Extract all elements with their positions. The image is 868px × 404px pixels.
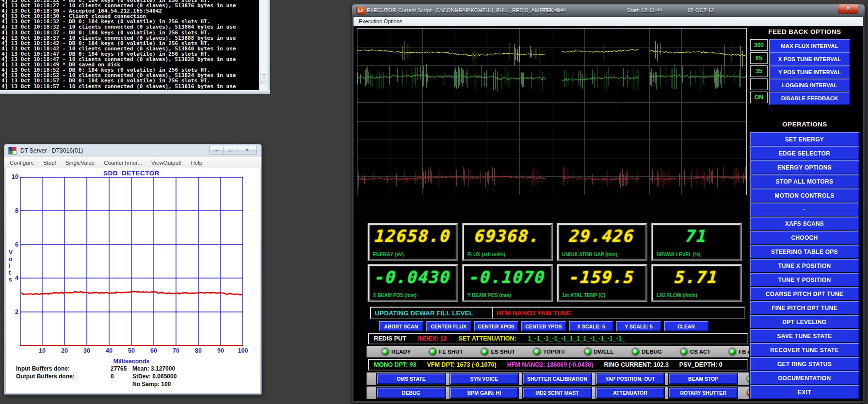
button-motion-controls[interactable]: MOTION CONTROLS bbox=[750, 188, 859, 202]
operations-header: OPERATIONS bbox=[750, 121, 860, 128]
feedback-value-2: 35 bbox=[750, 65, 768, 77]
button-yap-position-out[interactable]: YAP POSITION: OUT bbox=[596, 373, 665, 384]
button-max-flux-interval[interactable]: MAX FLUX INTERVAL bbox=[769, 39, 850, 53]
menu-item-countertimer[interactable]: CounterTimer... bbox=[104, 160, 142, 166]
button-dpt-leveling[interactable]: DPT LEVELING bbox=[750, 315, 859, 329]
indicator-label: TOPOFF bbox=[543, 349, 565, 355]
x-tick-label: 90 bbox=[213, 347, 228, 354]
button-shutter-calibration[interactable]: SHUTTER CALIBRATION bbox=[523, 373, 592, 384]
status-segment: PSV_DEPTH: 0 bbox=[679, 361, 723, 368]
display-label: 1st XTAL TEMP (C) bbox=[562, 293, 605, 298]
button-y-scale-5[interactable]: Y SCALE: 5 bbox=[616, 321, 661, 331]
stats-row: No Samp: 100 bbox=[6, 381, 260, 388]
button-center-flux[interactable]: CENTER FLUX bbox=[426, 321, 471, 331]
status-message-right: HFM NANO2 YAW TUNE bbox=[492, 307, 745, 319]
button-chooch[interactable]: CHOOCH bbox=[750, 231, 859, 245]
button-coarse-pitch-dpt-tune[interactable]: COARSE PITCH DPT TUNE bbox=[750, 287, 859, 301]
x-tick-label: 40 bbox=[101, 347, 117, 354]
scrollbar-thumb[interactable] bbox=[260, 71, 268, 84]
menu-item-viewoutput[interactable]: ViewOutput! bbox=[151, 160, 181, 166]
status-segment: MONO DPT: 93 bbox=[374, 361, 417, 368]
redis-status-bar: REDIS PUTINDEX: 12SET ATTENUATION:1_-1_-… bbox=[368, 333, 748, 344]
indicator-ready: READY bbox=[382, 348, 411, 356]
button-blank[interactable]: - bbox=[750, 202, 859, 217]
terminal-scrollbar[interactable] bbox=[259, 0, 268, 90]
led-icon bbox=[382, 348, 389, 356]
display-value: 12658.0 bbox=[369, 226, 457, 246]
desktop: 4] 13 Oct 10:18:22 - DB 0: 184 keys (0 v… bbox=[0, 0, 868, 404]
button-center-xpos[interactable]: CENTER XPOS bbox=[474, 321, 518, 331]
button-beam-stop[interactable]: BEAM STOP bbox=[669, 373, 738, 384]
menu-item-configure[interactable]: Configure bbox=[10, 160, 34, 166]
button-md2-scint-mast[interactable]: MD2 SCINT MAST bbox=[523, 388, 592, 398]
button-tune-y-position[interactable]: TUNE Y POSITION bbox=[750, 273, 859, 287]
log-line: 4] 13 Oct 10:18:32 - 10 clients connecte… bbox=[1, 24, 260, 30]
button-exit[interactable]: EXIT bbox=[750, 385, 859, 399]
button-fine-pitch-dpt-tune[interactable]: FINE PITCH DPT TUNE bbox=[750, 301, 859, 315]
stat-label: Output Buffers done: bbox=[16, 373, 75, 380]
button-logging-interval[interactable]: LOGGING INTERVAL bbox=[769, 78, 850, 92]
button-energy-options[interactable]: ENERGY OPTIONS bbox=[750, 160, 859, 174]
start-date: 05-OCT-12 bbox=[688, 7, 714, 13]
button-debug[interactable]: DEBUG bbox=[377, 388, 446, 398]
menu-item-help[interactable]: Help bbox=[191, 160, 203, 166]
start-time: Start: 12:12:44 bbox=[627, 7, 662, 13]
button-get-ring-status[interactable]: GET RING STATUS bbox=[750, 357, 859, 371]
button-steering-table-ops[interactable]: STEERING TABLE OPS bbox=[750, 245, 859, 259]
terminal-output: 4] 13 Oct 10:18:22 - DB 0: 184 keys (0 v… bbox=[0, 0, 260, 90]
button-set-energy[interactable]: SET ENERGY bbox=[750, 132, 859, 146]
button-center-ypos[interactable]: CENTER YPOS bbox=[521, 321, 566, 331]
indicator-cs-act: CS ACT bbox=[680, 348, 710, 356]
button-clear[interactable]: CLEAR bbox=[664, 321, 708, 331]
menu-item-stop[interactable]: Stop! bbox=[43, 160, 56, 166]
menu-execution-options[interactable]: Execution Options bbox=[359, 18, 402, 24]
button-oms-state[interactable]: OMS STATE bbox=[377, 373, 446, 384]
button-recover-tune-state[interactable]: RECOVER TUNE STATE bbox=[750, 343, 859, 357]
caption-buttons: – □ ✕ bbox=[210, 146, 257, 155]
close-button[interactable]: ✕ bbox=[238, 146, 257, 155]
status-segment: REDIS PUT bbox=[374, 335, 406, 342]
button-rotary-shutter[interactable]: ROTARY SHUTTER bbox=[669, 388, 738, 398]
dt-titlebar[interactable]: DT Server - DT3016(01) – □ ✕ bbox=[4, 144, 261, 157]
status-segment: HFM NANO2: 186069 (-0.0430) bbox=[507, 361, 594, 368]
button-stop-all-motors[interactable]: STOP ALL MOTORS bbox=[750, 174, 859, 188]
minimize-button[interactable]: – bbox=[209, 146, 224, 155]
button-bpm-gain-hi[interactable]: BPM GAIN: HI bbox=[450, 388, 519, 398]
executor-window: Ex EXECUTOR Current Script: C:\CONHEAP\K… bbox=[352, 4, 865, 404]
pid-value: PID: 4044 bbox=[542, 7, 566, 13]
stats-row: Input Buffers done:27765Mean: 3.127000 bbox=[6, 365, 260, 373]
button-xafs-scans[interactable]: XAFS SCANS bbox=[750, 217, 859, 231]
button-x-pos-tune-interval[interactable]: X POS TUNE INTERVAL bbox=[769, 52, 850, 66]
button-save-tune-state[interactable]: SAVE TUNE STATE bbox=[750, 329, 859, 343]
close-button[interactable]: ✕ bbox=[838, 4, 858, 14]
indicator-debug: DEBUG bbox=[632, 348, 662, 356]
button-syn-voice[interactable]: SYN VOICE bbox=[450, 373, 519, 384]
y-tick-label: 8 bbox=[7, 207, 18, 214]
button-abort-scan[interactable]: ABORT SCAN bbox=[379, 321, 423, 331]
x-tick-label: 50 bbox=[124, 347, 139, 354]
display-label: FLUX (arb units) bbox=[467, 252, 505, 257]
button-y-pos-tune-interval[interactable]: Y POS TUNE INTERVAL bbox=[769, 65, 850, 79]
status-segment: SET ATTENUATION: bbox=[458, 335, 516, 342]
button-edge-selector[interactable]: EDGE SELECTOR bbox=[750, 146, 859, 160]
log-line: 4] 13 Oct 10:18:37 - DB 0: 184 keys (0 v… bbox=[1, 30, 260, 35]
display-value: -0.1070 bbox=[464, 267, 552, 287]
button-strip-1: OMS STATESYN VOICESHUTTER CALIBRATIONYAP… bbox=[367, 373, 764, 385]
log-line: 4] 13 Oct 10:18:57 - 10 clients connecte… bbox=[1, 84, 260, 89]
button-disable-feedback[interactable]: DISABLE FEEDBACK bbox=[769, 92, 850, 105]
dpt-status-bar: MONO DPT: 93VFM DPT: 1673 (-0.1070)HFM N… bbox=[368, 359, 748, 371]
x-tick-label: 10 bbox=[34, 347, 50, 354]
display-value: 71 bbox=[653, 226, 741, 246]
dt-client-area: SDD_DETECTOR 108642 Volts 10203040506070… bbox=[6, 168, 260, 393]
indicator-label: DEBUG bbox=[642, 349, 662, 355]
maximize-button[interactable]: □ bbox=[224, 146, 238, 155]
display-value: -159.5 bbox=[558, 267, 646, 287]
menu-item-singlevalue[interactable]: SingleValue bbox=[65, 160, 95, 166]
feedback-value-4: ON bbox=[750, 92, 768, 103]
button-x-scale-5[interactable]: X SCALE: 5 bbox=[569, 321, 613, 331]
button-tune-x-position[interactable]: TUNE X POSITION bbox=[750, 259, 859, 273]
stat-label: Input Buffers done: bbox=[16, 365, 70, 372]
indicator-label: READY bbox=[391, 349, 411, 355]
button-attenuator[interactable]: ATTENUATOR bbox=[596, 388, 665, 398]
button-documentation[interactable]: DOCUMENTATION bbox=[750, 371, 859, 385]
